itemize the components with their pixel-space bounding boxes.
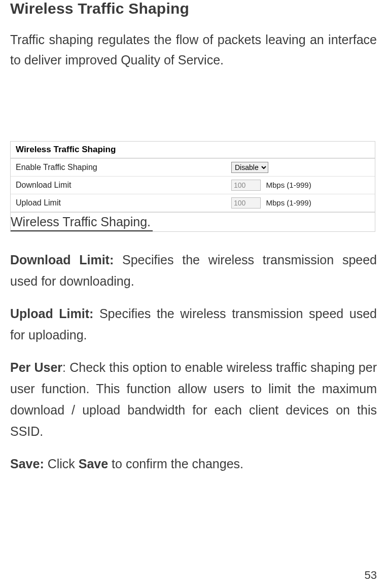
definitions: Download Limit: Specifies the wireless t…: [10, 249, 377, 474]
intro-paragraph: Traffic shaping regulates the flow of pa…: [10, 29, 377, 70]
save-term2: Save: [79, 457, 108, 471]
per-user-def: Per User: Check this option to enable wi…: [10, 357, 377, 442]
per-user-desc: : Check this option to enable wireless t…: [10, 360, 377, 438]
upload-unit: Mbps (1-999): [266, 198, 311, 207]
upload-label: Upload Limit: [11, 194, 226, 212]
download-value-cell: Mbps (1-999): [226, 177, 375, 194]
page-number: 53: [365, 569, 377, 582]
panel-header: Wireless Traffic Shaping: [11, 142, 375, 158]
save-desc: to confirm the changes.: [108, 457, 243, 471]
download-unit: Mbps (1-999): [266, 181, 311, 189]
download-label: Download Limit: [11, 177, 226, 194]
save-term: Save:: [10, 457, 44, 471]
enable-value-cell: Disable: [226, 159, 375, 177]
enable-traffic-shaping-select[interactable]: Disable: [231, 162, 268, 173]
upload-limit-term: Upload Limit:: [10, 306, 93, 321]
save-mid: Click: [44, 457, 79, 471]
save-def: Save: Click Save to confirm the changes.: [10, 453, 377, 474]
upload-limit-input[interactable]: [231, 197, 261, 209]
download-limit-input[interactable]: [231, 180, 261, 191]
download-limit-def: Download Limit: Specifies the wireless t…: [10, 249, 377, 292]
download-limit-term: Download Limit:: [10, 253, 114, 267]
per-user-term: Per User: [10, 360, 62, 374]
table-row: Download Limit Mbps (1-999): [11, 177, 375, 194]
figure-caption: Wireless Traffic Shaping.: [11, 213, 153, 231]
table-row: Upload Limit Mbps (1-999): [11, 194, 375, 212]
caption-row: Wireless Traffic Shaping.: [10, 213, 375, 232]
upload-limit-def: Upload Limit: Specifies the wireless tra…: [10, 303, 377, 345]
upload-value-cell: Mbps (1-999): [226, 194, 375, 212]
page-title: Wireless Traffic Shaping: [10, 0, 377, 17]
settings-table: Enable Traffic Shaping Disable Download …: [11, 158, 375, 212]
enable-label: Enable Traffic Shaping: [11, 159, 226, 177]
settings-panel: Wireless Traffic Shaping Enable Traffic …: [10, 141, 375, 213]
table-row: Enable Traffic Shaping Disable: [11, 159, 375, 177]
